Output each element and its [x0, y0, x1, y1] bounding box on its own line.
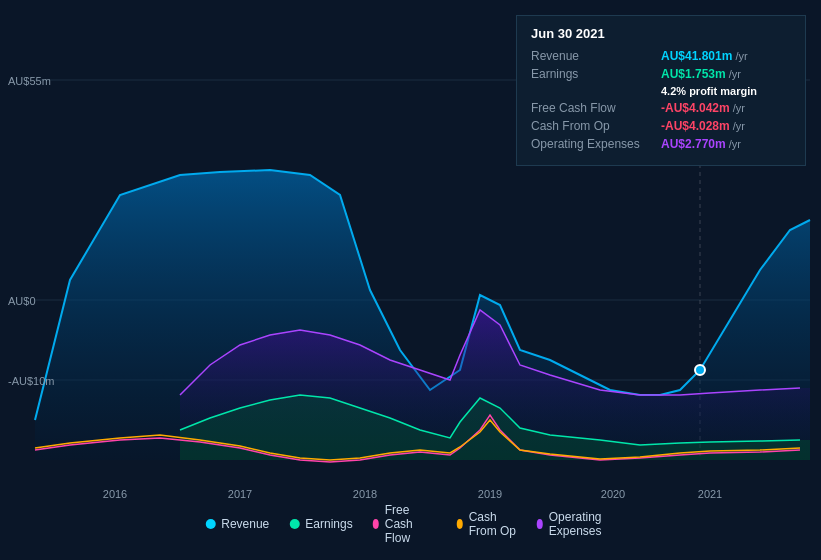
x-label-2020: 2020 [601, 488, 625, 500]
x-label-2019: 2019 [478, 488, 502, 500]
profit-margin-label: profit margin [689, 85, 757, 97]
info-fcf-label: Free Cash Flow [531, 101, 661, 115]
legend-earnings[interactable]: Earnings [289, 517, 352, 531]
legend-dot-opexp [537, 519, 543, 529]
x-label-2018: 2018 [353, 488, 377, 500]
info-date: Jun 30 2021 [531, 26, 791, 41]
x-label-2021: 2021 [698, 488, 722, 500]
legend-dot-earnings [289, 519, 299, 529]
chart-container: AU$55m AU$0 -AU$10m 2016 2017 2018 2019 … [0, 0, 821, 560]
legend-label-revenue: Revenue [221, 517, 269, 531]
info-fcf-value: -AU$4.042m [661, 101, 730, 115]
legend-fcf[interactable]: Free Cash Flow [373, 503, 437, 545]
info-opexp-row: Operating Expenses AU$2.770m /yr [531, 137, 791, 151]
info-fcf-suffix: /yr [733, 102, 745, 114]
info-revenue-suffix: /yr [735, 50, 747, 62]
chart-legend: Revenue Earnings Free Cash Flow Cash Fro… [205, 503, 616, 545]
info-earnings-row: Earnings AU$1.753m /yr [531, 67, 791, 81]
profit-margin-value: 4.2% [661, 85, 686, 97]
info-cashfromop-value: -AU$4.028m [661, 119, 730, 133]
info-revenue-value: AU$41.801m [661, 49, 732, 63]
legend-label-fcf: Free Cash Flow [385, 503, 437, 545]
info-fcf-row: Free Cash Flow -AU$4.042m /yr [531, 101, 791, 115]
y-label-bottom: -AU$10m [8, 375, 54, 387]
legend-label-earnings: Earnings [305, 517, 352, 531]
legend-dot-cashfromop [457, 519, 463, 529]
legend-revenue[interactable]: Revenue [205, 517, 269, 531]
legend-label-opexp: Operating Expenses [549, 510, 616, 538]
info-earnings-value: AU$1.753m [661, 67, 726, 81]
x-label-2017: 2017 [228, 488, 252, 500]
info-earnings-suffix: /yr [729, 68, 741, 80]
legend-dot-revenue [205, 519, 215, 529]
info-cashfromop-suffix: /yr [733, 120, 745, 132]
legend-dot-fcf [373, 519, 379, 529]
info-tooltip: Jun 30 2021 Revenue AU$41.801m /yr Earni… [516, 15, 806, 166]
info-opexp-value: AU$2.770m [661, 137, 726, 151]
profit-margin-row: 4.2% profit margin [661, 85, 791, 97]
x-label-2016: 2016 [103, 488, 127, 500]
svg-point-4 [695, 365, 705, 375]
info-opexp-suffix: /yr [729, 138, 741, 150]
info-cashfromop-row: Cash From Op -AU$4.028m /yr [531, 119, 791, 133]
info-opexp-label: Operating Expenses [531, 137, 661, 151]
y-label-mid: AU$0 [8, 295, 36, 307]
y-label-top: AU$55m [8, 75, 51, 87]
legend-opexp[interactable]: Operating Expenses [537, 510, 616, 538]
info-cashfromop-label: Cash From Op [531, 119, 661, 133]
info-revenue-row: Revenue AU$41.801m /yr [531, 49, 791, 63]
legend-cashfromop[interactable]: Cash From Op [457, 510, 517, 538]
info-revenue-label: Revenue [531, 49, 661, 63]
legend-label-cashfromop: Cash From Op [469, 510, 517, 538]
info-earnings-label: Earnings [531, 67, 661, 81]
